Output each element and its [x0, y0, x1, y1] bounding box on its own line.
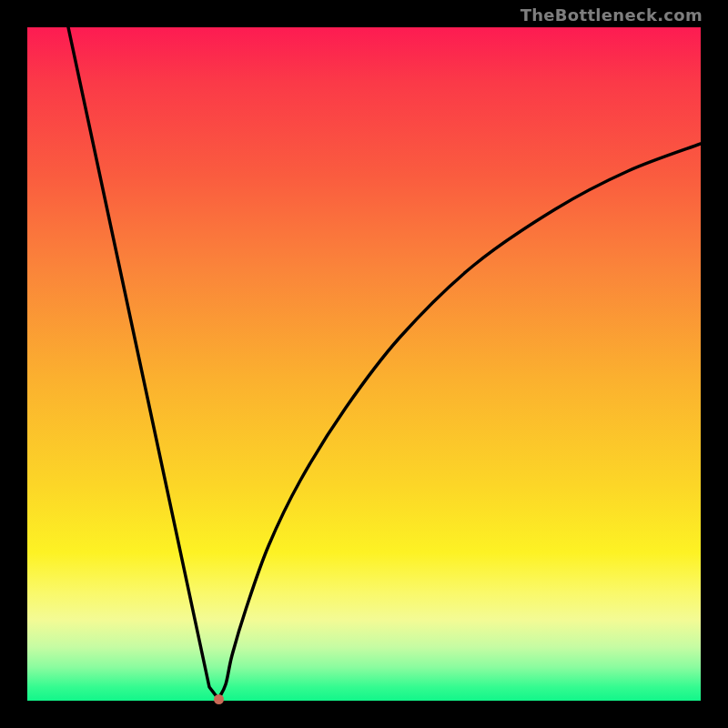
curve-svg — [27, 27, 701, 701]
plot-area — [27, 27, 701, 701]
bottleneck-curve — [68, 27, 701, 699]
source-watermark: TheBottleneck.com — [521, 5, 703, 25]
curve-vertex-dot — [214, 694, 224, 704]
chart-frame: TheBottleneck.com — [0, 0, 728, 728]
